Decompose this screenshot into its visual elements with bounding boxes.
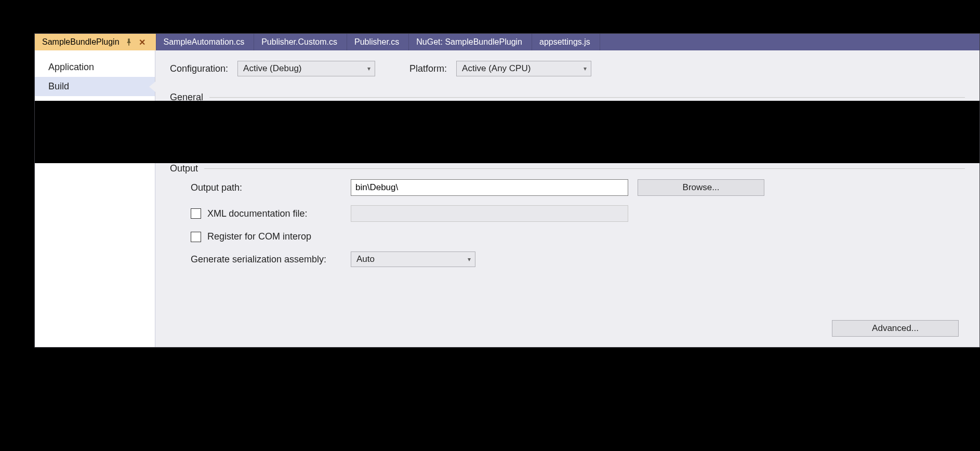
tab-label: NuGet: SampleBundlePlugin — [416, 37, 522, 47]
tab-sampleautomation[interactable]: SampleAutomation.cs — [156, 34, 255, 50]
sidebar-item-build[interactable]: Build — [35, 77, 155, 96]
section-output: Output — [170, 163, 965, 174]
tab-nuget[interactable]: NuGet: SampleBundlePlugin — [409, 34, 532, 50]
close-icon[interactable]: ✕ — [138, 38, 147, 46]
tab-publisher[interactable]: Publisher.cs — [347, 34, 409, 50]
xml-doc-label: XML documentation file: — [207, 208, 307, 219]
section-output-label: Output — [170, 163, 198, 174]
configuration-value: Active (Debug) — [243, 63, 301, 74]
content-area: Application Build Build Events Debug Con… — [35, 50, 979, 347]
serialization-label: Generate serialization assembly: — [191, 254, 341, 265]
platform-dropdown[interactable]: Active (Any CPU) ▾ — [456, 61, 591, 76]
chevron-down-icon: ▾ — [584, 65, 587, 72]
tab-label: Publisher.cs — [354, 37, 399, 47]
tab-publisher-custom[interactable]: Publisher.Custom.cs — [254, 34, 347, 50]
configuration-dropdown[interactable]: Active (Debug) ▾ — [237, 61, 375, 76]
browse-button[interactable]: Browse... — [638, 179, 764, 196]
advanced-button[interactable]: Advanced... — [832, 320, 959, 337]
divider — [209, 97, 965, 98]
platform-label: Platform: — [409, 63, 447, 74]
torn-region — [35, 108, 979, 156]
chevron-down-icon: ▾ — [468, 256, 471, 263]
xml-doc-checkbox[interactable] — [191, 208, 201, 219]
com-interop-checkbox[interactable] — [191, 232, 201, 242]
output-group: Output path: Browse... XML documentation… — [170, 179, 965, 267]
build-settings-panel: Configuration: Active (Debug) ▾ Platform… — [155, 50, 979, 347]
pin-icon[interactable] — [125, 38, 133, 46]
tab-label: appsettings.js — [539, 37, 590, 47]
tab-label: SampleAutomation.cs — [164, 37, 245, 47]
tab-appsettings[interactable]: appsettings.js — [532, 34, 600, 50]
divider — [204, 168, 965, 169]
chevron-down-icon: ▾ — [367, 65, 370, 72]
com-interop-row: Register for COM interop — [191, 231, 965, 242]
project-properties-window: SampleBundlePlugin ✕ SampleAutomation.cs… — [34, 33, 980, 348]
xml-doc-row: XML documentation file: — [191, 205, 965, 222]
property-page-sidebar: Application Build Build Events Debug — [35, 50, 155, 347]
platform-value: Active (Any CPU) — [462, 63, 531, 74]
tab-label: Publisher.Custom.cs — [261, 37, 337, 47]
serialization-row: Generate serialization assembly: Auto ▾ — [191, 251, 965, 267]
tab-active[interactable]: SampleBundlePlugin ✕ — [35, 34, 156, 50]
config-platform-row: Configuration: Active (Debug) ▾ Platform… — [170, 61, 965, 76]
output-path-label: Output path: — [191, 182, 341, 193]
sidebar-item-application[interactable]: Application — [35, 58, 155, 77]
serialization-value: Auto — [356, 254, 375, 264]
com-interop-label: Register for COM interop — [207, 231, 311, 242]
xml-doc-path-input — [351, 205, 628, 222]
configuration-label: Configuration: — [170, 63, 228, 74]
output-path-input[interactable] — [351, 179, 628, 196]
tab-label: SampleBundlePlugin — [42, 37, 120, 47]
output-path-row: Output path: Browse... — [191, 179, 965, 196]
serialization-dropdown[interactable]: Auto ▾ — [351, 251, 475, 267]
document-tabs: SampleBundlePlugin ✕ SampleAutomation.cs… — [35, 34, 979, 50]
